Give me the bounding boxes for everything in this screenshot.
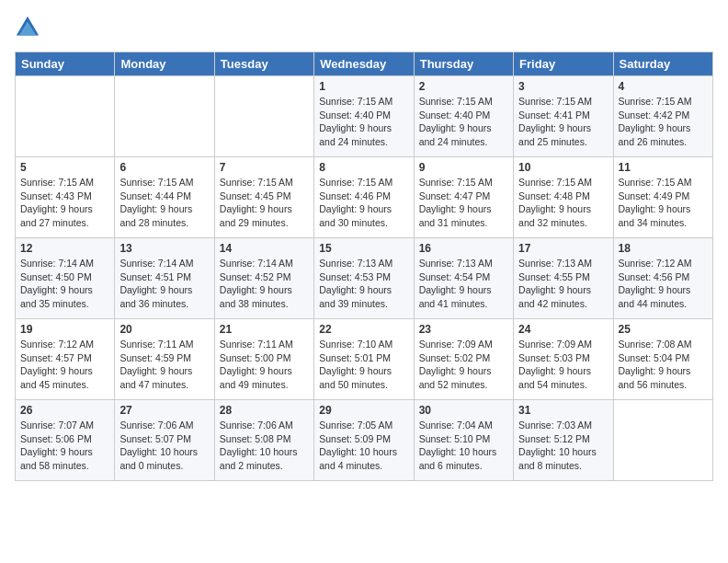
day-number: 9: [419, 161, 508, 174]
day-number: 1: [319, 80, 408, 93]
day-number: 12: [20, 242, 109, 255]
calendar-week-row: 26Sunrise: 7:07 AM Sunset: 5:06 PM Dayli…: [16, 400, 713, 481]
day-info: Sunrise: 7:11 AM Sunset: 4:59 PM Dayligh…: [119, 338, 209, 392]
day-info: Sunrise: 7:10 AM Sunset: 5:01 PM Dayligh…: [319, 338, 408, 392]
day-info: Sunrise: 7:14 AM Sunset: 4:50 PM Dayligh…: [20, 257, 109, 311]
day-number: 22: [319, 323, 408, 336]
header-wednesday: Wednesday: [314, 52, 414, 76]
calendar-cell: 30Sunrise: 7:04 AM Sunset: 5:10 PM Dayli…: [414, 400, 513, 481]
day-number: 3: [518, 80, 608, 93]
calendar-cell: 24Sunrise: 7:09 AM Sunset: 5:03 PM Dayli…: [514, 319, 613, 400]
day-info: Sunrise: 7:15 AM Sunset: 4:40 PM Dayligh…: [419, 95, 508, 149]
day-info: Sunrise: 7:05 AM Sunset: 5:09 PM Dayligh…: [319, 419, 408, 473]
day-number: 15: [319, 242, 408, 255]
day-number: 4: [619, 80, 708, 93]
calendar-cell: 9Sunrise: 7:15 AM Sunset: 4:47 PM Daylig…: [414, 157, 513, 238]
calendar-cell: 7Sunrise: 7:15 AM Sunset: 4:45 PM Daylig…: [214, 157, 313, 238]
calendar-cell: 20Sunrise: 7:11 AM Sunset: 4:59 PM Dayli…: [115, 319, 214, 400]
calendar-cell: 22Sunrise: 7:10 AM Sunset: 5:01 PM Dayli…: [314, 319, 414, 400]
day-number: 2: [419, 80, 508, 93]
calendar-cell: 26Sunrise: 7:07 AM Sunset: 5:06 PM Dayli…: [16, 400, 115, 481]
calendar-cell: 13Sunrise: 7:14 AM Sunset: 4:51 PM Dayli…: [115, 238, 214, 319]
calendar-cell: 18Sunrise: 7:12 AM Sunset: 4:56 PM Dayli…: [613, 238, 712, 319]
day-info: Sunrise: 7:07 AM Sunset: 5:06 PM Dayligh…: [20, 419, 109, 473]
calendar-cell: [16, 76, 115, 157]
day-number: 25: [619, 323, 708, 336]
calendar-week-row: 1Sunrise: 7:15 AM Sunset: 4:40 PM Daylig…: [16, 76, 713, 157]
day-info: Sunrise: 7:15 AM Sunset: 4:46 PM Dayligh…: [319, 176, 408, 230]
calendar-cell: 12Sunrise: 7:14 AM Sunset: 4:50 PM Dayli…: [16, 238, 115, 319]
day-number: 30: [419, 404, 508, 417]
day-info: Sunrise: 7:12 AM Sunset: 4:56 PM Dayligh…: [619, 257, 708, 311]
day-number: 26: [20, 404, 109, 417]
calendar-week-row: 5Sunrise: 7:15 AM Sunset: 4:43 PM Daylig…: [16, 157, 713, 238]
day-number: 27: [119, 404, 209, 417]
page-header: [15, 15, 713, 40]
day-info: Sunrise: 7:06 AM Sunset: 5:07 PM Dayligh…: [119, 419, 209, 473]
calendar-cell: 15Sunrise: 7:13 AM Sunset: 4:53 PM Dayli…: [314, 238, 414, 319]
calendar-cell: 28Sunrise: 7:06 AM Sunset: 5:08 PM Dayli…: [214, 400, 313, 481]
calendar-cell: 6Sunrise: 7:15 AM Sunset: 4:44 PM Daylig…: [115, 157, 214, 238]
header-monday: Monday: [115, 52, 214, 76]
header-saturday: Saturday: [613, 52, 712, 76]
day-info: Sunrise: 7:15 AM Sunset: 4:49 PM Dayligh…: [619, 176, 708, 230]
calendar-header-row: SundayMondayTuesdayWednesdayThursdayFrid…: [16, 52, 713, 76]
logo-icon: [15, 15, 40, 40]
day-info: Sunrise: 7:14 AM Sunset: 4:52 PM Dayligh…: [220, 257, 309, 311]
day-number: 28: [220, 404, 309, 417]
day-info: Sunrise: 7:13 AM Sunset: 4:55 PM Dayligh…: [518, 257, 608, 311]
day-number: 8: [319, 161, 408, 174]
day-info: Sunrise: 7:04 AM Sunset: 5:10 PM Dayligh…: [419, 419, 508, 473]
day-number: 19: [20, 323, 109, 336]
day-info: Sunrise: 7:15 AM Sunset: 4:45 PM Dayligh…: [220, 176, 309, 230]
day-info: Sunrise: 7:15 AM Sunset: 4:47 PM Dayligh…: [419, 176, 508, 230]
day-info: Sunrise: 7:15 AM Sunset: 4:43 PM Dayligh…: [20, 176, 109, 230]
calendar-cell: 11Sunrise: 7:15 AM Sunset: 4:49 PM Dayli…: [613, 157, 712, 238]
day-number: 11: [619, 161, 708, 174]
calendar-cell: 10Sunrise: 7:15 AM Sunset: 4:48 PM Dayli…: [514, 157, 613, 238]
day-info: Sunrise: 7:15 AM Sunset: 4:41 PM Dayligh…: [518, 95, 608, 149]
header-tuesday: Tuesday: [214, 52, 313, 76]
day-number: 13: [119, 242, 209, 255]
day-info: Sunrise: 7:12 AM Sunset: 4:57 PM Dayligh…: [20, 338, 109, 392]
header-thursday: Thursday: [414, 52, 513, 76]
day-number: 14: [220, 242, 309, 255]
day-info: Sunrise: 7:13 AM Sunset: 4:53 PM Dayligh…: [319, 257, 408, 311]
day-info: Sunrise: 7:15 AM Sunset: 4:44 PM Dayligh…: [119, 176, 209, 230]
day-info: Sunrise: 7:15 AM Sunset: 4:42 PM Dayligh…: [619, 95, 708, 149]
day-number: 10: [518, 161, 608, 174]
calendar-cell: 1Sunrise: 7:15 AM Sunset: 4:40 PM Daylig…: [314, 76, 414, 157]
calendar-table: SundayMondayTuesdayWednesdayThursdayFrid…: [15, 52, 713, 481]
calendar-week-row: 12Sunrise: 7:14 AM Sunset: 4:50 PM Dayli…: [16, 238, 713, 319]
day-info: Sunrise: 7:15 AM Sunset: 4:48 PM Dayligh…: [518, 176, 608, 230]
day-number: 21: [220, 323, 309, 336]
calendar-cell: 4Sunrise: 7:15 AM Sunset: 4:42 PM Daylig…: [613, 76, 712, 157]
calendar-cell: 23Sunrise: 7:09 AM Sunset: 5:02 PM Dayli…: [414, 319, 513, 400]
day-number: 20: [119, 323, 209, 336]
header-friday: Friday: [514, 52, 613, 76]
calendar-cell: 5Sunrise: 7:15 AM Sunset: 4:43 PM Daylig…: [16, 157, 115, 238]
calendar-cell: [115, 76, 214, 157]
day-info: Sunrise: 7:15 AM Sunset: 4:40 PM Dayligh…: [319, 95, 408, 149]
day-number: 24: [518, 323, 608, 336]
day-info: Sunrise: 7:09 AM Sunset: 5:02 PM Dayligh…: [419, 338, 508, 392]
calendar-cell: 21Sunrise: 7:11 AM Sunset: 5:00 PM Dayli…: [214, 319, 313, 400]
day-info: Sunrise: 7:06 AM Sunset: 5:08 PM Dayligh…: [220, 419, 309, 473]
day-info: Sunrise: 7:14 AM Sunset: 4:51 PM Dayligh…: [119, 257, 209, 311]
calendar-cell: 19Sunrise: 7:12 AM Sunset: 4:57 PM Dayli…: [16, 319, 115, 400]
day-number: 17: [518, 242, 608, 255]
calendar-cell: 25Sunrise: 7:08 AM Sunset: 5:04 PM Dayli…: [613, 319, 712, 400]
calendar-cell: [214, 76, 313, 157]
calendar-cell: 31Sunrise: 7:03 AM Sunset: 5:12 PM Dayli…: [514, 400, 613, 481]
day-info: Sunrise: 7:13 AM Sunset: 4:54 PM Dayligh…: [419, 257, 508, 311]
day-info: Sunrise: 7:08 AM Sunset: 5:04 PM Dayligh…: [619, 338, 708, 392]
day-number: 31: [518, 404, 608, 417]
day-number: 18: [619, 242, 708, 255]
day-number: 29: [319, 404, 408, 417]
day-number: 7: [220, 161, 309, 174]
calendar-week-row: 19Sunrise: 7:12 AM Sunset: 4:57 PM Dayli…: [16, 319, 713, 400]
calendar-cell: 29Sunrise: 7:05 AM Sunset: 5:09 PM Dayli…: [314, 400, 414, 481]
calendar-cell: 27Sunrise: 7:06 AM Sunset: 5:07 PM Dayli…: [115, 400, 214, 481]
day-number: 5: [20, 161, 109, 174]
day-info: Sunrise: 7:09 AM Sunset: 5:03 PM Dayligh…: [518, 338, 608, 392]
